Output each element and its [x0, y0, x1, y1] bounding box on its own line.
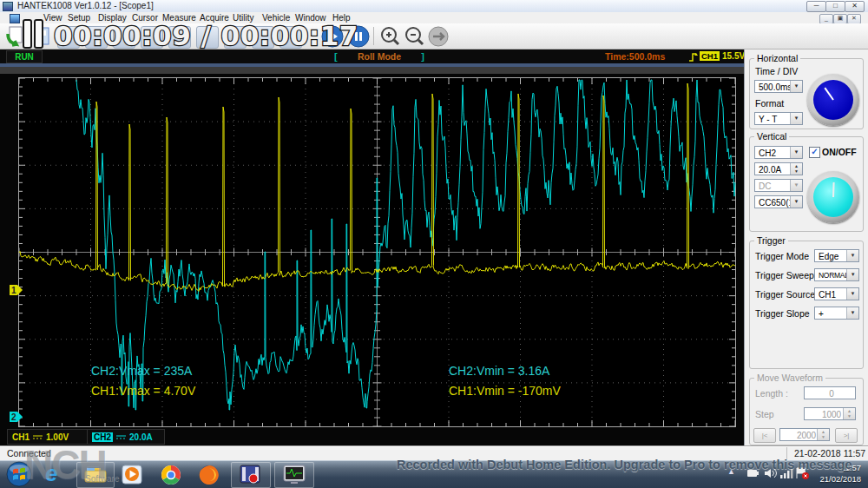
onoff-label: ON/OFF [822, 147, 857, 157]
ch1-marker-label: 1 [11, 286, 16, 295]
vertical-scale-spinner[interactable]: 20.0A▲▼ [754, 162, 803, 175]
format-select[interactable]: Y - T▼ [754, 112, 803, 125]
application-window: HANTEK1008 Ver1.0.12 - [Scope1] ─ □ ✕ Vi… [0, 0, 868, 488]
coupling-select[interactable]: DC▼ [754, 179, 803, 192]
ch1-coupling-icon [33, 433, 43, 441]
trigger-slope-select[interactable]: +▼ [814, 307, 859, 320]
channel-onoff-checkbox[interactable]: ✓ [809, 147, 820, 158]
trigger-source-select[interactable]: CH1▼ [814, 287, 859, 300]
close-button[interactable]: ✕ [845, 1, 865, 12]
move-waveform-group: Move Waveform Length : 0 Step 1000▲▼ |< … [749, 373, 864, 445]
probe-select[interactable]: CC650(1:▼ [754, 195, 803, 208]
ch1-scale: 1.00V [46, 432, 69, 442]
chrome-icon[interactable] [160, 464, 182, 488]
window-title: HANTEK1008 Ver1.0.12 - [Scope1] [17, 1, 154, 10]
ch2-vmax-readout: CH2:Vmax = 235A [91, 364, 193, 378]
length-input[interactable]: 0 [804, 386, 856, 399]
horizontal-group: Horizontal Time / DIV 500.0ms▼ Format Y … [749, 53, 864, 129]
ch2-coupling-icon [116, 433, 126, 441]
scope-app-taskbar-button[interactable] [274, 462, 314, 488]
timebase-indicator: Time:500.0ms [605, 51, 665, 62]
nch-watermark-sub: Software [85, 474, 119, 484]
trigger-sweep-select[interactable]: NORMAL▼ [814, 268, 859, 281]
trigger-group: Trigger Trigger Mode Edge▼ Trigger Sweep… [749, 235, 864, 369]
debut-watermark: Recorded with Debut Home Edition. Upgrad… [397, 458, 852, 472]
trigger-sweep-label: Trigger Sweep [755, 270, 814, 280]
ch1-name: CH1 [12, 432, 30, 442]
zoom-out-button[interactable] [403, 25, 427, 49]
position-spinner[interactable]: 2000▲▼ [779, 428, 830, 441]
minimize-button[interactable]: ─ [806, 1, 826, 12]
firefox-icon[interactable] [198, 464, 220, 488]
ch2-name: CH2 [92, 432, 113, 442]
vertical-group: Vertical CH2▼ ✓ ON/OFF 20.0A▲▼ DC▼ CC650… [749, 131, 864, 232]
time-div-label: Time / DIV [755, 66, 798, 76]
trigger-mode-select[interactable]: Edge▼ [814, 249, 859, 262]
ch2-marker-label: 2 [11, 412, 16, 422]
trigger-level-value: 15.5V [722, 51, 745, 61]
right-bracket: ] [421, 51, 424, 62]
maximize-button[interactable]: □ [825, 1, 845, 12]
snapshot-button[interactable] [427, 25, 451, 49]
scope-display: 1 2 CH2:Vmax = 235A CH1:Vmax = 4.70V CH2… [0, 74, 744, 446]
format-label: Format [755, 98, 784, 109]
move-last-button[interactable]: >| [835, 428, 858, 443]
title-bar: HANTEK1008 Ver1.0.12 - [Scope1] ─ □ ✕ [0, 0, 868, 13]
trigger-slope-label: Trigger Slope [755, 308, 810, 319]
vertical-channel-select[interactable]: CH2▼ [754, 146, 803, 159]
media-player-icon[interactable] [122, 464, 144, 488]
app-icon [3, 2, 13, 11]
scope-plot: 1 2 CH2:Vmax = 235A CH1:Vmax = 4.70V CH2… [0, 74, 744, 446]
trigger-source-label: Trigger Source [755, 289, 815, 300]
recorder-timer: 00:00:09 / 00:00:17 [54, 20, 358, 51]
trigger-mode-label: Trigger Mode [755, 251, 809, 261]
time-div-select[interactable]: 500.0ms▼ [754, 80, 803, 93]
record-pause-icon [23, 20, 31, 48]
control-panel: Horizontal Time / DIV 500.0ms▼ Format Y … [744, 49, 868, 446]
move-first-button[interactable]: |< [753, 428, 776, 443]
vertical-knob[interactable] [807, 171, 859, 223]
tray-date: 21/02/2018 [819, 473, 861, 485]
ch2-scale: 20.0A [129, 432, 153, 442]
ch1-vmax-readout: CH1:Vmax = 4.70V [91, 384, 196, 398]
length-label: Length : [755, 388, 788, 399]
recorder-overlay: 00:00:09 / 00:00:17 [0, 17, 399, 56]
step-label: Step [755, 409, 774, 419]
step-spinner[interactable]: 1000▲▼ [804, 407, 856, 420]
ch1-vmin-readout: CH1:Vmin = -170mV [449, 384, 561, 398]
ch2-vmin-readout: CH2:Vmin = 3.16A [449, 364, 550, 378]
horizontal-knob[interactable] [807, 74, 859, 126]
debut-taskbar-button[interactable] [231, 462, 271, 488]
trigger-source-badge: CH1 [700, 51, 720, 61]
trigger-icon [687, 50, 699, 63]
